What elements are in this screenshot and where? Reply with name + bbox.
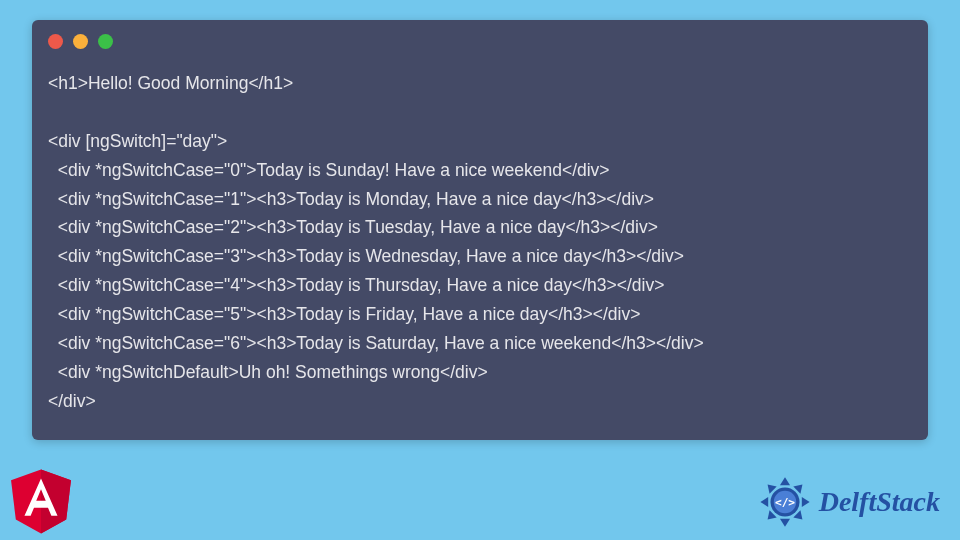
- code-line: <div *ngSwitchDefault>Uh oh! Somethings …: [48, 358, 912, 387]
- code-window: <h1>Hello! Good Morning</h1> <div [ngSwi…: [32, 20, 928, 440]
- delftstack-badge-icon: </>: [757, 474, 813, 530]
- delftstack-text: DelftStack: [819, 486, 940, 518]
- svg-marker-4: [801, 497, 809, 507]
- code-line: <div *ngSwitchCase="1"><h3>Today is Mond…: [48, 185, 912, 214]
- delftstack-logo: </> DelftStack: [757, 474, 940, 530]
- svg-text:</>: </>: [775, 496, 795, 509]
- code-line: <div *ngSwitchCase="2"><h3>Today is Tues…: [48, 213, 912, 242]
- angular-logo-icon: [6, 464, 76, 534]
- svg-marker-6: [780, 519, 790, 527]
- code-line: <div *ngSwitchCase="4"><h3>Today is Thur…: [48, 271, 912, 300]
- window-titlebar: [32, 20, 928, 59]
- code-line: </div>: [48, 387, 912, 416]
- close-dot-icon: [48, 34, 63, 49]
- maximize-dot-icon: [98, 34, 113, 49]
- code-block: <h1>Hello! Good Morning</h1> <div [ngSwi…: [32, 59, 928, 440]
- code-line: <div *ngSwitchCase="3"><h3>Today is Wedn…: [48, 242, 912, 271]
- code-line: <h1>Hello! Good Morning</h1>: [48, 69, 912, 98]
- svg-marker-2: [780, 477, 790, 485]
- svg-marker-8: [760, 497, 768, 507]
- code-line: <div *ngSwitchCase="5"><h3>Today is Frid…: [48, 300, 912, 329]
- code-line: <div [ngSwitch]="day">: [48, 127, 912, 156]
- code-line: [48, 98, 912, 127]
- code-line: <div *ngSwitchCase="0">Today is Sunday! …: [48, 156, 912, 185]
- minimize-dot-icon: [73, 34, 88, 49]
- code-line: <div *ngSwitchCase="6"><h3>Today is Satu…: [48, 329, 912, 358]
